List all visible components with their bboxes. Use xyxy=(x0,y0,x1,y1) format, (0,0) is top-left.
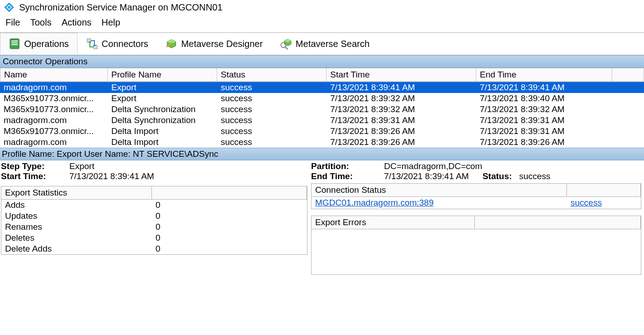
stats-row: Adds0 xyxy=(1,200,307,211)
export-statistics-header-blank[interactable] xyxy=(152,186,307,199)
cell: 7/13/2021 8:39:40 AM xyxy=(476,93,612,104)
operations-icon xyxy=(9,38,21,50)
cell: success xyxy=(217,137,327,148)
stats-row: Deletes0 xyxy=(1,232,307,243)
cell: 7/13/2021 8:39:41 AM xyxy=(327,82,476,93)
details-bar: Profile Name: Export User Name: NT SERVI… xyxy=(0,148,644,160)
partition-value: DC=madragorm,DC=com xyxy=(384,161,482,171)
cell: madragorm.com xyxy=(0,115,108,126)
partition-label: Partition: xyxy=(311,161,384,171)
cell: 7/13/2021 8:39:41 AM xyxy=(476,82,612,93)
cell: madragorm.com xyxy=(0,137,108,148)
toolbar: Operations Connectors Metaverse Designer xyxy=(0,33,644,55)
menu-tools[interactable]: Tools xyxy=(30,17,52,28)
start-time-label: Start Time: xyxy=(1,171,69,181)
end-time-label: End Time: xyxy=(311,171,384,181)
connection-host-link[interactable]: MGDC01.madragorm.com:389 xyxy=(315,198,434,207)
col-profile[interactable]: Profile Name xyxy=(108,68,217,82)
cell: 7/13/2021 8:39:26 AM xyxy=(327,126,476,137)
menu-actions[interactable]: Actions xyxy=(62,17,92,28)
connection-status-row[interactable]: MGDC01.madragorm.com:389 success xyxy=(312,197,641,209)
metaverse-designer-icon xyxy=(166,38,177,50)
tab-connectors-label: Connectors xyxy=(102,39,148,49)
stats-value: 0 xyxy=(156,211,161,221)
stats-row: Delete Adds0 xyxy=(1,243,307,254)
col-start[interactable]: Start Time xyxy=(327,68,476,82)
cell: 7/13/2021 8:39:26 AM xyxy=(476,137,612,148)
tab-metaverse-search[interactable]: Metaverse Search xyxy=(271,33,378,55)
export-errors-header-blank[interactable] xyxy=(475,216,641,229)
section-connector-operations: Connector Operations xyxy=(0,55,644,68)
col-status[interactable]: Status xyxy=(217,68,327,82)
connection-status-link[interactable]: success xyxy=(571,198,602,207)
tab-connectors[interactable]: Connectors xyxy=(78,33,157,55)
cell: Export xyxy=(108,93,217,104)
menu-file[interactable]: File xyxy=(5,17,20,28)
step-type-label: Step Type: xyxy=(1,161,69,171)
stats-label: Adds xyxy=(5,200,156,210)
step-type-value: Export xyxy=(69,161,94,171)
export-statistics-header[interactable]: Export Statistics xyxy=(1,186,152,199)
table-row[interactable]: madragorm.comDelta Synchronizationsucces… xyxy=(0,115,644,126)
connection-status-header-blank[interactable] xyxy=(567,184,641,196)
cell: M365x910773.onmicr... xyxy=(0,104,108,115)
table-row[interactable]: madragorm.comExportsuccess7/13/2021 8:39… xyxy=(0,82,644,93)
svg-rect-4 xyxy=(11,41,18,41)
table-row[interactable]: M365x910773.onmicr...Delta Synchronizati… xyxy=(0,104,644,115)
export-statistics-table: Export Statistics Adds0Updates0Renames0D… xyxy=(1,186,307,255)
stats-label: Updates xyxy=(5,211,156,221)
cell: Delta Synchronization xyxy=(108,104,217,115)
connection-status-table: Connection Status MGDC01.madragorm.com:3… xyxy=(311,183,641,209)
stats-value: 0 xyxy=(156,233,161,243)
grid-header: Name Profile Name Status Start Time End … xyxy=(0,68,644,82)
stats-value: 0 xyxy=(156,222,161,232)
app-icon xyxy=(4,2,15,13)
cell: success xyxy=(217,82,327,93)
stats-value: 0 xyxy=(156,200,161,210)
cell: 7/13/2021 8:39:32 AM xyxy=(327,104,476,115)
stats-label: Renames xyxy=(5,222,156,232)
connectors-icon xyxy=(86,38,98,50)
tab-metaverse-search-label: Metaverse Search xyxy=(296,39,369,49)
table-row[interactable]: madragorm.comDelta Importsuccess7/13/202… xyxy=(0,137,644,148)
stats-value: 0 xyxy=(156,244,161,254)
cell: 7/13/2021 8:39:31 AM xyxy=(476,126,612,137)
cell: Export xyxy=(108,82,217,93)
status-value: success xyxy=(519,171,551,181)
connection-status-header[interactable]: Connection Status xyxy=(312,184,567,196)
cell: Delta Import xyxy=(108,126,217,137)
cell: M365x910773.onmicr... xyxy=(0,93,108,104)
end-time-value: 7/13/2021 8:39:41 AM xyxy=(384,171,469,181)
svg-rect-6 xyxy=(11,44,18,45)
export-errors-table: Export Errors xyxy=(311,216,641,275)
menu-help[interactable]: Help xyxy=(102,17,120,28)
cell: 7/13/2021 8:39:31 AM xyxy=(327,115,476,126)
details-area: Step Type: Export Start Time: 7/13/2021 … xyxy=(0,160,644,277)
cell: success xyxy=(217,93,327,104)
cell: M365x910773.onmicr... xyxy=(0,126,108,137)
stats-label: Delete Adds xyxy=(5,244,156,254)
export-errors-header[interactable]: Export Errors xyxy=(312,216,475,229)
start-time-value: 7/13/2021 8:39:41 AM xyxy=(69,171,154,181)
cell: Delta Synchronization xyxy=(108,115,217,126)
tab-operations[interactable]: Operations xyxy=(0,33,78,55)
table-row[interactable]: M365x910773.onmicr...Delta Importsuccess… xyxy=(0,126,644,137)
cell: success xyxy=(217,104,327,115)
tab-operations-label: Operations xyxy=(24,39,69,49)
cell: 7/13/2021 8:39:26 AM xyxy=(327,137,476,148)
table-row[interactable]: M365x910773.onmicr...Exportsuccess7/13/2… xyxy=(0,93,644,104)
operations-grid[interactable]: madragorm.comExportsuccess7/13/2021 8:39… xyxy=(0,82,644,148)
tab-metaverse-designer[interactable]: Metaverse Designer xyxy=(157,33,271,55)
metaverse-search-icon xyxy=(280,38,292,50)
svg-line-17 xyxy=(285,47,288,50)
menu-bar: File Tools Actions Help xyxy=(0,15,644,33)
col-name[interactable]: Name xyxy=(0,68,108,82)
cell: success xyxy=(217,126,327,137)
tab-metaverse-designer-label: Metaverse Designer xyxy=(181,39,263,49)
cell: Delta Import xyxy=(108,137,217,148)
col-end[interactable]: End Time xyxy=(476,68,612,82)
stats-row: Renames0 xyxy=(1,222,307,232)
cell: 7/13/2021 8:39:31 AM xyxy=(476,115,612,126)
title-bar: Synchronization Service Manager on MGCON… xyxy=(0,0,644,15)
cell: madragorm.com xyxy=(0,82,108,93)
